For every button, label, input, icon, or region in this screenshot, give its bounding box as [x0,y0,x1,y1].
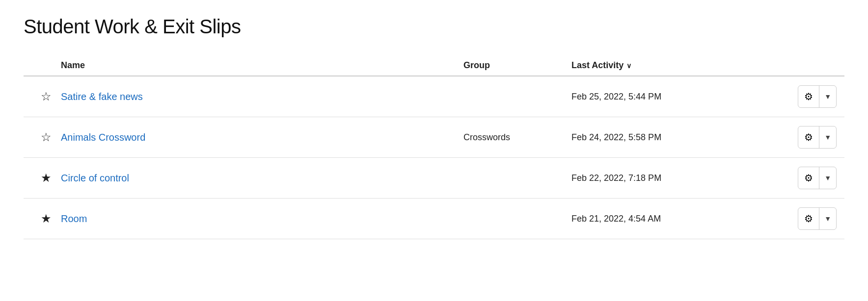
header-actions [758,60,837,71]
action-button-1[interactable]: ⚙ ▼ [798,85,837,108]
action-button-4[interactable]: ⚙ ▼ [798,207,837,230]
gear-icon-1: ⚙ [798,86,819,107]
header-last-activity-label: Last Activity [571,60,624,71]
action-button-2[interactable]: ⚙ ▼ [798,126,837,149]
gear-icon-2: ⚙ [798,126,819,148]
star-cell-2[interactable]: ☆ [31,131,61,143]
action-cell-1: ⚙ ▼ [758,85,837,108]
table-header: Name Group Last Activity ∨ [24,55,844,76]
table-row: ★ Circle of control Feb 22, 2022, 7:18 P… [24,158,844,199]
date-cell-4: Feb 21, 2022, 4:54 AM [571,214,758,224]
table-row: ☆ Satire & fake news Feb 25, 2022, 5:44 … [24,76,844,117]
item-name-cell-2: Animals Crossword [61,132,463,143]
header-group: Group [463,60,571,71]
dropdown-arrow-2: ▼ [819,128,836,146]
item-name-link-3[interactable]: Circle of control [61,173,129,183]
dropdown-arrow-3: ▼ [819,169,836,187]
item-name-link-4[interactable]: Room [61,213,87,224]
dropdown-arrow-1: ▼ [819,88,836,105]
table-row: ☆ Animals Crossword Crosswords Feb 24, 2… [24,117,844,158]
star-cell-1[interactable]: ☆ [31,91,61,102]
star-cell-4[interactable]: ★ [31,213,61,225]
action-cell-3: ⚙ ▼ [758,167,837,189]
item-name-link-2[interactable]: Animals Crossword [61,132,145,143]
date-cell-1: Feb 25, 2022, 5:44 PM [571,92,758,102]
star-icon-empty[interactable]: ☆ [41,91,52,102]
item-name-link-1[interactable]: Satire & fake news [61,91,143,102]
header-star [31,60,61,71]
header-name: Name [61,60,463,71]
star-icon-empty[interactable]: ☆ [41,131,52,143]
date-cell-3: Feb 22, 2022, 7:18 PM [571,173,758,183]
star-cell-3[interactable]: ★ [31,172,61,184]
action-cell-4: ⚙ ▼ [758,207,837,230]
item-name-cell-1: Satire & fake news [61,91,463,102]
action-cell-2: ⚙ ▼ [758,126,837,149]
gear-icon-4: ⚙ [798,208,819,229]
assignments-table: Name Group Last Activity ∨ ☆ Satire & fa… [24,55,844,239]
table-row: ★ Room Feb 21, 2022, 4:54 AM ⚙ ▼ [24,199,844,239]
star-icon-filled[interactable]: ★ [41,213,52,225]
star-icon-filled[interactable]: ★ [41,172,52,184]
sort-descending-icon: ∨ [626,62,631,70]
header-last-activity[interactable]: Last Activity ∨ [571,60,758,71]
gear-icon-3: ⚙ [798,167,819,189]
dropdown-arrow-4: ▼ [819,210,836,227]
page-title: Student Work & Exit Slips [24,16,844,38]
group-cell-2: Crosswords [463,132,571,143]
item-name-cell-4: Room [61,213,463,225]
item-name-cell-3: Circle of control [61,173,463,184]
action-button-3[interactable]: ⚙ ▼ [798,167,837,189]
date-cell-2: Feb 24, 2022, 5:58 PM [571,132,758,143]
